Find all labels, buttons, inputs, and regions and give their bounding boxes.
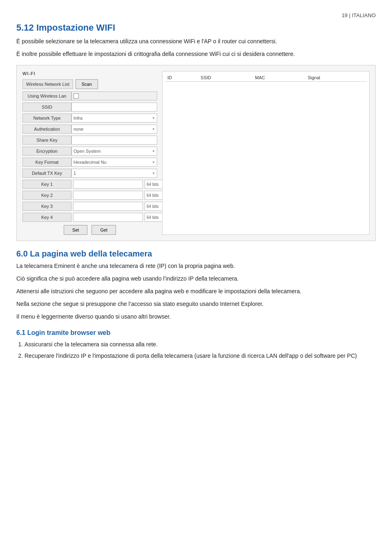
key4-label: Key 4 bbox=[22, 213, 71, 222]
authentication-row: Authetication none bbox=[22, 125, 157, 134]
scan-button[interactable]: Scan bbox=[76, 79, 98, 89]
page-number: 19 | ITALIANO bbox=[16, 12, 376, 18]
wifi-left-column: WI-FI Wireless Network List Scan Using W… bbox=[22, 71, 157, 235]
encryption-row: Encryption Open System bbox=[22, 147, 157, 156]
wireless-network-list-label: Wireless Network List bbox=[22, 79, 73, 89]
default-tx-key-label: Default TX Key bbox=[22, 169, 71, 178]
key2-input[interactable] bbox=[73, 191, 143, 200]
authentication-dropdown[interactable]: none bbox=[71, 125, 157, 134]
using-wireless-lan-label: Using Wireless Lan bbox=[22, 91, 71, 100]
key4-row: Key 4 64 bits bbox=[22, 213, 157, 222]
encryption-label: Encryption bbox=[22, 147, 71, 156]
section-512-title: 5.12 Impostazione WIFI bbox=[16, 22, 376, 33]
get-button[interactable]: Get bbox=[91, 225, 116, 235]
default-tx-key-dropdown[interactable]: 1 bbox=[71, 169, 157, 178]
share-key-row: Share Key bbox=[22, 136, 157, 145]
key4-input[interactable] bbox=[73, 213, 143, 222]
using-wireless-lan-row: Using Wireless Lan bbox=[22, 91, 157, 100]
col-signal: Signal bbox=[305, 74, 367, 82]
key-format-dropdown[interactable]: Hexadecimal Nu bbox=[71, 158, 157, 167]
key3-input[interactable] bbox=[73, 202, 143, 211]
section-60-para4: Nella sezione che segue si presuppone ch… bbox=[16, 300, 376, 308]
list-item: Assicurarsi che la telecamera sia connes… bbox=[24, 340, 376, 350]
authentication-label: Authetication bbox=[22, 125, 71, 134]
wifi-panel-label: WI-FI bbox=[22, 71, 157, 76]
col-id: ID bbox=[165, 74, 198, 82]
network-type-dropdown[interactable]: Infra bbox=[71, 114, 157, 123]
section-60-para5: Il menu è leggermente diverso quando si … bbox=[16, 312, 376, 321]
section-61-title: 6.1 Login tramite browser web bbox=[16, 329, 376, 337]
network-type-row: Network Type Infra bbox=[22, 114, 157, 123]
ssid-label: SSID bbox=[22, 103, 71, 112]
ssid-input[interactable] bbox=[71, 103, 157, 112]
section-512-para1: È possibile selezionare se la telecamera… bbox=[16, 37, 376, 46]
share-key-input[interactable] bbox=[71, 136, 157, 145]
section-512-para2: È inoltre possibile effettuare le impost… bbox=[16, 50, 376, 58]
wifi-panel: WI-FI Wireless Network List Scan Using W… bbox=[16, 65, 376, 241]
section-61-steps: Assicurarsi che la telecamera sia connes… bbox=[24, 340, 376, 361]
key3-label: Key 3 bbox=[22, 202, 71, 211]
share-key-label: Share Key bbox=[22, 136, 71, 145]
key1-row: Key 1 64 bits bbox=[22, 180, 157, 189]
section-60-para3: Attenersi alle istruzioni che seguono pe… bbox=[16, 287, 376, 296]
list-item: Recuperare l'indirizzo IP e l'impostazio… bbox=[24, 351, 376, 361]
section-60-para1: La telecamera Eminent è anche una teleca… bbox=[16, 262, 376, 270]
key2-row: Key 2 64 bits bbox=[22, 191, 157, 200]
key2-label: Key 2 bbox=[22, 191, 71, 200]
wireless-network-list-row: Wireless Network List Scan bbox=[22, 79, 157, 89]
key3-row: Key 3 64 bits bbox=[22, 202, 157, 211]
ssid-row: SSID bbox=[22, 103, 157, 112]
using-wireless-lan-checkbox[interactable] bbox=[74, 94, 79, 99]
set-button[interactable]: Set bbox=[64, 225, 88, 235]
default-tx-key-row: Default TX Key 1 bbox=[22, 169, 157, 178]
encryption-dropdown[interactable]: Open System bbox=[71, 147, 157, 156]
wifi-scan-results: ID SSID MAC Signal bbox=[162, 71, 370, 235]
section-60-title: 6.0 La pagina web della telecamera bbox=[16, 249, 376, 259]
scan-results-table: ID SSID MAC Signal bbox=[165, 74, 367, 82]
using-wireless-lan-checkbox-cell bbox=[71, 91, 157, 100]
key1-label: Key 1 bbox=[22, 180, 71, 189]
key1-input[interactable] bbox=[73, 180, 143, 189]
col-mac: MAC bbox=[253, 74, 305, 82]
key-format-label: Key Format bbox=[22, 158, 71, 167]
key-format-row: Key Format Hexadecimal Nu bbox=[22, 158, 157, 167]
table-header-row: ID SSID MAC Signal bbox=[165, 74, 367, 82]
bottom-buttons: Set Get bbox=[22, 225, 157, 235]
section-60-para2: Ciò significa che si può accedere alla p… bbox=[16, 274, 376, 283]
col-ssid: SSID bbox=[198, 74, 252, 82]
network-type-label: Network Type bbox=[22, 114, 71, 123]
